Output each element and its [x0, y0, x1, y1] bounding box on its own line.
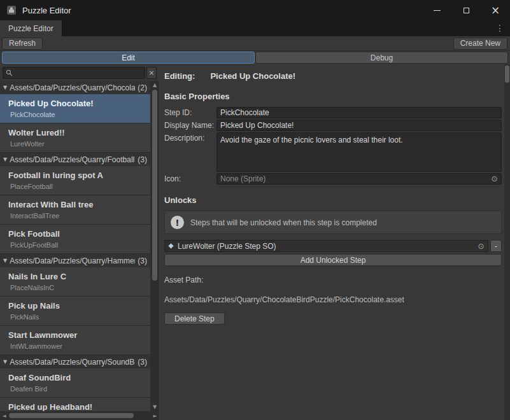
list-item-place-nails[interactable]: Nails In Lure C PlaceNailsInC — [0, 267, 150, 296]
asset-path-value: Assets/Data/Puzzles/Quarry/ChocolateBird… — [164, 295, 502, 304]
titlebar: Puzzle Editor × — [0, 0, 510, 20]
refresh-button[interactable]: Refresh — [2, 38, 43, 50]
window-title: Puzzle Editor — [22, 6, 71, 15]
puzzle-list: ▼ Assets/Data/Puzzles/Quarry/ChocolateBi… — [0, 81, 150, 411]
tab-edit[interactable]: Edit — [2, 52, 255, 64]
group-label: Assets/Data/Puzzles/Quarry/ChocolateBird… — [10, 83, 135, 92]
display-name-input[interactable] — [216, 120, 502, 131]
tab-puzzle-editor[interactable]: Puzzle Editor — [0, 20, 62, 36]
list-item-lure-wolter[interactable]: Wolter Lured!! LureWolter — [0, 123, 150, 152]
basic-properties-title: Basic Properties — [164, 92, 502, 101]
group-count: (2) — [138, 83, 147, 92]
list-item-interact-ball-tree[interactable]: Interact With Ball tree InteractBallTree — [0, 195, 150, 224]
search-clear-button[interactable]: × — [146, 67, 157, 79]
list-item-picked-up-headband[interactable]: Picked up Headband! — [0, 398, 150, 411]
create-new-button[interactable]: Create New — [453, 38, 507, 50]
group-count: (3) — [138, 256, 147, 265]
item-title: Interact With Ball tree — [8, 200, 146, 209]
kebab-menu-icon[interactable]: ⋮ — [495, 24, 504, 32]
remove-unlock-button[interactable]: - — [490, 240, 502, 252]
unlock-object-field[interactable]: LureWolter (Puzzle Step SO) ⊙ — [164, 240, 488, 252]
list-item-pick-chocolate[interactable]: Picked Up Chocolate! PickChocolate — [0, 94, 150, 123]
icon-row: Icon: None (Sprite) ⊙ — [164, 173, 502, 185]
foldout-icon: ▼ — [3, 258, 7, 263]
scriptable-object-icon — [167, 242, 174, 249]
step-id-label: Step ID: — [164, 107, 216, 117]
scrollbar-thumb[interactable] — [9, 413, 134, 418]
group-label: Assets/Data/Puzzles/Quarry/SoundBird — [10, 358, 135, 367]
list-item-pick-nails[interactable]: Pick up Nails PickNails — [0, 297, 150, 325]
scroll-left-icon[interactable]: ◄ — [0, 411, 8, 420]
editing-label: Editing: — [164, 71, 195, 81]
sidebar: × ▼ Assets/Data/Puzzles/Quarry/Chocolate… — [0, 64, 159, 420]
group-count: (3) — [138, 155, 147, 164]
display-name-row: Display Name: — [164, 120, 502, 131]
window-controls: × — [422, 0, 510, 20]
object-picker-icon[interactable]: ⊙ — [476, 242, 486, 251]
item-subtitle: PickUpFootBall — [8, 241, 146, 249]
info-icon: ! — [171, 216, 184, 229]
minimize-button[interactable] — [422, 0, 451, 20]
icon-label: Icon: — [164, 173, 216, 183]
search-field[interactable] — [3, 67, 145, 79]
add-unlocked-step-button[interactable]: Add Unlocked Step — [164, 254, 502, 266]
unlock-entry-row: LureWolter (Puzzle Step SO) ⊙ - — [164, 240, 502, 252]
foldout-icon: ▼ — [3, 157, 7, 162]
scroll-up-icon[interactable]: ▲ — [150, 81, 159, 89]
item-title: Football in luring spot A — [8, 171, 146, 180]
item-subtitle: LureWolter — [8, 140, 146, 148]
item-subtitle: IntWLawnmower — [8, 342, 146, 350]
scroll-right-icon[interactable]: ► — [151, 411, 159, 420]
foldout-icon: ▼ — [3, 359, 7, 365]
item-title: Picked up Headband! — [8, 402, 146, 411]
scrollbar-thumb[interactable] — [152, 90, 157, 281]
unlocks-helpbox: ! Steps that will be unlocked when this … — [164, 211, 502, 234]
item-subtitle: InteractBallTree — [8, 212, 146, 220]
icon-object-field[interactable]: None (Sprite) ⊙ — [216, 173, 502, 185]
item-title: Pick up Nails — [8, 301, 146, 311]
list-item-deaf-soundbird[interactable]: Deaf SoundBird Deafen Bird — [0, 368, 150, 397]
window-vertical-scrollbar[interactable] — [504, 64, 510, 420]
delete-step-button[interactable]: Delete Step — [164, 312, 225, 325]
foldout-icon: ▼ — [3, 85, 7, 90]
close-button[interactable]: × — [481, 0, 510, 20]
sidebar-horizontal-scrollbar[interactable]: ◄ ► — [0, 411, 159, 420]
unlock-object-name: LureWolter (Puzzle Step SO) — [178, 242, 473, 251]
item-subtitle: PickNails — [8, 313, 146, 321]
asset-path-label: Asset Path: — [164, 276, 502, 284]
maximize-button[interactable] — [451, 0, 481, 20]
display-name-label: Display Name: — [164, 120, 216, 130]
editing-header: Editing: Picked Up Chocolate! — [164, 71, 502, 81]
scroll-down-icon[interactable]: ▼ — [150, 403, 159, 411]
sidebar-vertical-scrollbar[interactable]: ▲ ▼ — [150, 81, 159, 411]
scrollbar-thumb[interactable] — [505, 66, 509, 83]
group-count: (3) — [138, 358, 147, 367]
main-content: × ▼ Assets/Data/Puzzles/Quarry/Chocolate… — [0, 64, 510, 420]
search-input[interactable] — [15, 69, 142, 78]
tab-strip: Puzzle Editor ⋮ — [0, 20, 510, 36]
item-subtitle: PlaceNailsInC — [8, 284, 146, 291]
list-item-place-football[interactable]: Football in luring spot A PlaceFootball — [0, 166, 150, 195]
item-title: Pick Football — [8, 229, 146, 239]
item-title: Wolter Lured!! — [8, 128, 146, 137]
group-header-hammer[interactable]: ▼ Assets/Data/Puzzles/Quarry/HammerBi (3… — [0, 254, 150, 267]
editing-value: Picked Up Chocolate! — [210, 71, 295, 81]
group-header-soundbird[interactable]: ▼ Assets/Data/Puzzles/Quarry/SoundBird (… — [0, 355, 150, 368]
list-item-pick-football[interactable]: Pick Football PickUpFootBall — [0, 225, 150, 253]
object-picker-icon[interactable]: ⊙ — [490, 174, 499, 183]
app-icon — [6, 5, 17, 15]
item-subtitle: PickChocolate — [8, 111, 146, 118]
toolbar: Refresh Create New — [0, 36, 510, 51]
list-item-start-lawnmower[interactable]: Start Lawnmower IntWLawnmower — [0, 326, 150, 354]
description-input[interactable]: Avoid the gaze of the picnic lovers and … — [216, 132, 502, 172]
step-id-row: Step ID: — [164, 107, 502, 118]
step-id-input[interactable] — [216, 107, 502, 118]
puzzle-list-wrap: ▼ Assets/Data/Puzzles/Quarry/ChocolateBi… — [0, 81, 159, 411]
group-label: Assets/Data/Puzzles/Quarry/HammerBi — [10, 256, 135, 265]
item-subtitle: PlaceFootball — [8, 183, 146, 190]
group-header-football[interactable]: ▼ Assets/Data/Puzzles/Quarry/FootballBir… — [0, 153, 150, 166]
description-row: Description: Avoid the gaze of the picni… — [164, 132, 502, 172]
tab-debug[interactable]: Debug — [255, 52, 508, 64]
inspector-panel: Editing: Picked Up Chocolate! Basic Prop… — [159, 64, 504, 420]
group-header-chocolate[interactable]: ▼ Assets/Data/Puzzles/Quarry/ChocolateBi… — [0, 81, 150, 94]
